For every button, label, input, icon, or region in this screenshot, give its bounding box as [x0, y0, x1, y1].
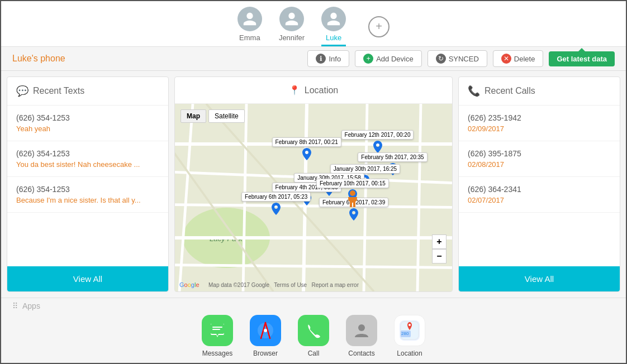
- app-messages[interactable]: Messages: [202, 315, 233, 357]
- main-content: 💬 Recent Texts (626) 354-1253 Yeah yeah …: [1, 71, 626, 298]
- add-device-button[interactable]: + Add Device: [355, 50, 421, 67]
- app-call[interactable]: Call: [298, 315, 329, 357]
- call-item[interactable]: (626) 364-2341 02/07/2017: [459, 177, 620, 213]
- pin-label: February 6th 2017, 05:23: [241, 192, 311, 202]
- text-preview-1: Yeah yeah: [16, 124, 159, 133]
- apps-grid: Messages Browser: [12, 315, 615, 361]
- synced-label: SYNCED: [449, 55, 479, 63]
- profile-name-luke: Luke: [326, 33, 341, 42]
- add-icon: +: [363, 54, 373, 64]
- text-item[interactable]: (626) 354-1253 Yeah yeah: [7, 106, 168, 141]
- messages-icon: [202, 315, 233, 346]
- person-marker: [347, 190, 358, 209]
- device-name: Luke's phone: [12, 54, 302, 64]
- call-date-3: 02/07/2017: [468, 196, 611, 204]
- map-pin[interactable]: February 8th 2017, 00:21: [272, 137, 341, 160]
- app-location-label: Location: [397, 349, 422, 357]
- speech-bubble-icon: 💬: [16, 85, 28, 97]
- svg-point-20: [264, 329, 267, 332]
- call-items-list: (626) 235-1942 02/09/2017 (626) 395-1875…: [459, 106, 620, 266]
- get-latest-button[interactable]: Get latest data: [549, 51, 615, 66]
- call-phone-3: (626) 364-2341: [468, 185, 611, 194]
- call-icon: [298, 315, 329, 346]
- delete-icon: ✕: [501, 54, 511, 64]
- svg-point-27: [408, 324, 411, 326]
- info-button[interactable]: ℹ Info: [307, 50, 349, 67]
- map-background: Lacy Park: [175, 104, 452, 291]
- pin-label: January 30th 2017, 16:25: [330, 164, 400, 174]
- app-contacts[interactable]: Contacts: [346, 315, 377, 357]
- apps-header: ⠿ Apps: [12, 301, 615, 310]
- text-item[interactable]: (626) 354-1253 Because I'm a nice sister…: [7, 177, 168, 213]
- zoom-in-button[interactable]: +: [432, 234, 446, 249]
- call-item[interactable]: (626) 235-1942 02/09/2017: [459, 106, 620, 141]
- pin-label: February 12th 2017, 00:20: [341, 130, 414, 140]
- location-panel: 📍 Location Lacy Park: [174, 76, 453, 292]
- delete-button[interactable]: ✕ Delete: [493, 50, 544, 67]
- recent-texts-header: 💬 Recent Texts: [7, 77, 168, 106]
- call-phone-2: (626) 395-1875: [468, 149, 611, 158]
- contacts-icon: [346, 315, 377, 346]
- call-phone-1: (626) 235-1942: [468, 113, 611, 122]
- app-messages-label: Messages: [202, 349, 233, 357]
- google-logo: Google: [179, 281, 200, 288]
- map-pin[interactable]: February 12th 2017, 00:20: [341, 130, 414, 153]
- location-title: Location: [305, 85, 339, 95]
- zoom-out-button[interactable]: −: [432, 249, 446, 264]
- profile-emma[interactable]: Emma: [238, 7, 262, 46]
- svg-point-22: [358, 324, 365, 331]
- apps-title: Apps: [22, 301, 40, 310]
- avatar-jennifer: [279, 7, 304, 31]
- pin-label: February 5th 2017, 20:35: [358, 152, 427, 162]
- satellite-view-button[interactable]: Satellite: [208, 109, 245, 123]
- call-item[interactable]: (626) 395-1875 02/08/2017: [459, 141, 620, 177]
- text-preview-3: Because I'm a nice sister. Is that all y…: [16, 196, 159, 204]
- add-profile-button[interactable]: +: [368, 16, 390, 37]
- app-browser-label: Browser: [253, 349, 278, 357]
- text-item[interactable]: (626) 354-1253 You da best sister! Nah c…: [7, 141, 168, 177]
- recent-calls-header: 📞 Recent Calls: [459, 77, 620, 106]
- map-footer-text: Map data ©2017 Google Terms of Use Repor…: [208, 282, 359, 288]
- app-frame: Emma Jennifer Luke + Luke's phone ℹ Info…: [0, 0, 627, 364]
- svg-rect-26: [401, 331, 411, 337]
- call-date-1: 02/09/2017: [468, 124, 611, 133]
- map-zoom-controls: + −: [432, 234, 446, 264]
- calls-view-all-button[interactable]: View All: [459, 266, 620, 291]
- profile-luke[interactable]: Luke: [321, 7, 346, 46]
- recent-calls-panel: 📞 Recent Calls (626) 235-1942 02/09/2017…: [458, 76, 620, 292]
- phone-icon: 📞: [468, 85, 480, 97]
- location-icon: 280: [394, 315, 425, 346]
- sync-icon: ↻: [436, 54, 446, 64]
- synced-button[interactable]: ↻ SYNCED: [428, 50, 487, 67]
- app-call-label: Call: [308, 349, 320, 357]
- info-label: Info: [329, 55, 341, 63]
- app-contacts-label: Contacts: [348, 349, 374, 357]
- location-pin-icon: 📍: [289, 85, 300, 95]
- pin-label: February 8th 2017, 00:21: [272, 137, 341, 147]
- add-device-label: Add Device: [376, 55, 413, 63]
- delete-label: Delete: [514, 55, 535, 63]
- recent-texts-panel: 💬 Recent Texts (626) 354-1253 Yeah yeah …: [7, 76, 169, 292]
- texts-view-all-button[interactable]: View All: [7, 266, 168, 291]
- apps-grid-icon: ⠿: [12, 301, 18, 310]
- map-view-button[interactable]: Map: [180, 109, 206, 123]
- info-icon: ℹ: [316, 54, 326, 64]
- app-browser[interactable]: Browser: [250, 315, 281, 357]
- location-header: 📍 Location: [175, 77, 452, 104]
- text-items-list: (626) 354-1253 Yeah yeah (626) 354-1253 …: [7, 106, 168, 266]
- profile-name-jennifer: Jennifer: [279, 33, 305, 42]
- map-pin[interactable]: February 6th 2017, 05:23: [241, 192, 311, 215]
- text-phone-3: (626) 354-1253: [16, 185, 159, 194]
- toolbar: Luke's phone ℹ Info + Add Device ↻ SYNCE…: [1, 47, 626, 71]
- map-view-controls: Map Satellite: [180, 109, 245, 123]
- app-location[interactable]: 280 Location: [394, 315, 425, 357]
- profile-bar: Emma Jennifer Luke +: [1, 1, 626, 47]
- text-phone-2: (626) 354-1253: [16, 149, 159, 158]
- recent-calls-title: Recent Calls: [484, 86, 535, 96]
- map-container[interactable]: Lacy Park: [175, 104, 452, 291]
- avatar-emma: [238, 7, 262, 31]
- apps-section: ⠿ Apps Messages: [1, 298, 626, 363]
- browser-icon: [250, 315, 281, 346]
- call-date-2: 02/08/2017: [468, 160, 611, 169]
- profile-jennifer[interactable]: Jennifer: [279, 7, 305, 46]
